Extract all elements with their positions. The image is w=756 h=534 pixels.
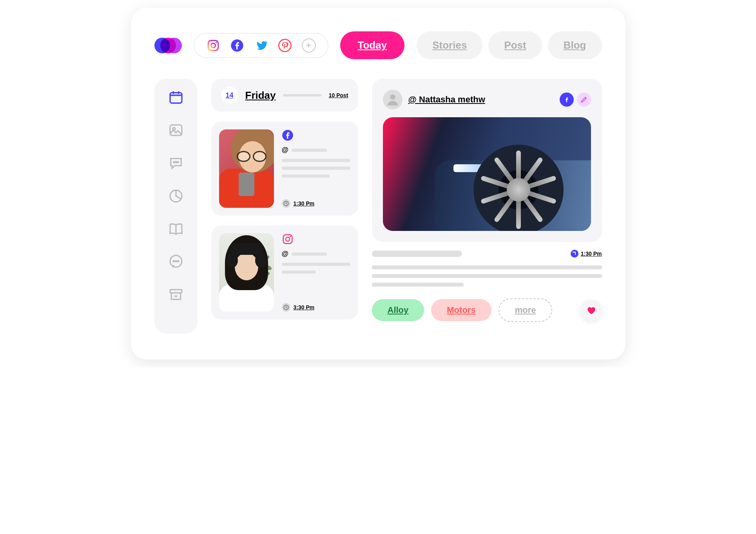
sidebar — [154, 79, 198, 334]
day-number: 14 — [221, 87, 238, 104]
day-progress — [283, 94, 322, 96]
svg-point-10 — [177, 162, 178, 163]
scheduled-post[interactable]: @ 1:30 Pm — [211, 122, 358, 216]
svg-point-14 — [175, 261, 176, 262]
edit-icon[interactable] — [577, 93, 591, 107]
sidebar-archive-icon[interactable] — [167, 286, 185, 303]
facebook-icon[interactable] — [230, 38, 244, 53]
sidebar-chat-icon[interactable] — [167, 253, 185, 271]
instagram-icon[interactable] — [206, 38, 220, 53]
today-button[interactable]: Today — [340, 31, 405, 59]
day-name: Friday — [245, 89, 276, 102]
detail-body-placeholder — [372, 265, 602, 287]
tab-stories[interactable]: Stories — [417, 31, 482, 59]
svg-point-15 — [178, 261, 179, 262]
svg-point-2 — [216, 42, 217, 43]
tags: Alloy Motors more — [372, 298, 602, 322]
clock-icon — [282, 303, 290, 312]
tag-more[interactable]: more — [499, 298, 553, 322]
svg-point-13 — [173, 261, 174, 262]
twitter-icon[interactable] — [254, 38, 268, 53]
svg-point-8 — [173, 162, 174, 163]
instagram-icon — [282, 233, 294, 245]
svg-point-23 — [390, 94, 395, 100]
detail-time: 1:30 Pm — [581, 251, 602, 257]
svg-point-9 — [175, 162, 176, 163]
detail-meta: 1:30 Pm — [372, 250, 602, 258]
detail-card: @ Nattasha methw — [372, 79, 602, 242]
clock-icon — [571, 250, 578, 258]
add-account-button[interactable]: + — [302, 38, 316, 53]
schedule-column: 14 Friday 10 Post — [211, 79, 358, 334]
post-handle: @ — [282, 250, 350, 258]
post-time: 1:30 Pm — [294, 200, 315, 207]
post-thumbnail — [219, 233, 274, 312]
app-root: + Today Stories Post Blog — [131, 8, 625, 360]
header: + Today Stories Post Blog — [154, 31, 602, 59]
app-logo[interactable] — [154, 36, 182, 55]
scheduled-post[interactable]: @ 3:30 Pm — [211, 225, 358, 320]
post-handle: @ — [282, 146, 350, 154]
tab-blog[interactable]: Blog — [548, 31, 602, 59]
post-time: 3:30 Pm — [294, 304, 315, 311]
sidebar-book-icon[interactable] — [167, 220, 185, 238]
svg-point-1 — [211, 43, 215, 47]
svg-point-21 — [290, 236, 291, 237]
sidebar-chart-icon[interactable] — [167, 187, 185, 205]
day-post-count: 10 Post — [329, 92, 348, 98]
like-button[interactable] — [580, 300, 602, 321]
nav-tabs: Stories Post Blog — [417, 31, 602, 59]
sidebar-image-icon[interactable] — [167, 122, 185, 139]
svg-point-20 — [286, 237, 290, 241]
day-header[interactable]: 14 Friday 10 Post — [211, 79, 358, 112]
username[interactable]: @ Nattasha methw — [408, 94, 485, 105]
svg-rect-16 — [170, 290, 182, 293]
tab-post[interactable]: Post — [488, 31, 542, 59]
post-image[interactable] — [383, 117, 591, 231]
post-detail: @ Nattasha methw — [372, 79, 602, 334]
facebook-icon — [282, 129, 294, 141]
clock-icon — [282, 199, 290, 208]
pinterest-icon[interactable] — [278, 38, 292, 53]
sidebar-calendar-icon[interactable] — [167, 89, 185, 106]
post-thumbnail — [219, 129, 274, 208]
body: 14 Friday 10 Post — [154, 79, 602, 334]
sidebar-comment-icon[interactable] — [167, 154, 185, 172]
svg-rect-5 — [170, 93, 182, 103]
facebook-icon — [560, 93, 574, 107]
user-avatar[interactable] — [383, 90, 402, 109]
tag-motors[interactable]: Motors — [431, 299, 491, 321]
social-accounts: + — [194, 33, 328, 58]
tag-alloy[interactable]: Alloy — [372, 299, 424, 321]
